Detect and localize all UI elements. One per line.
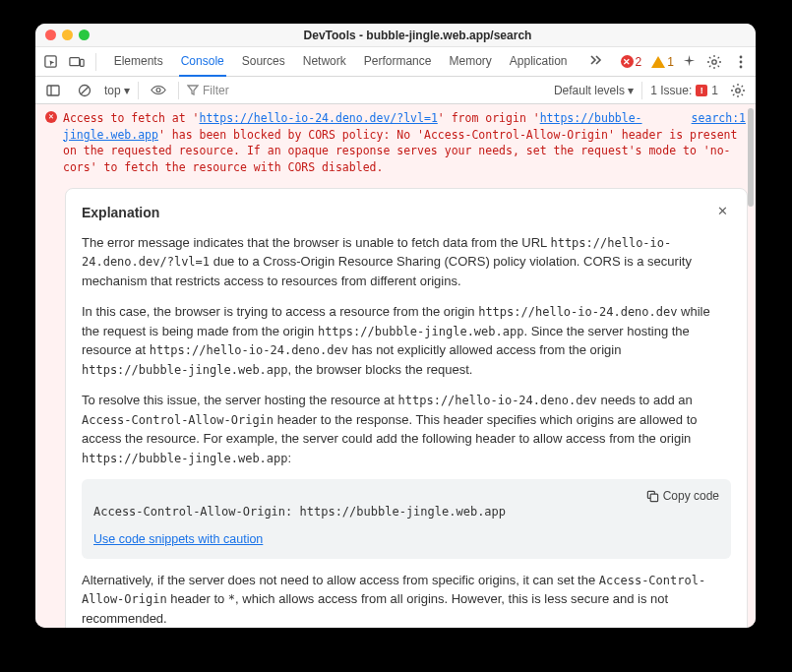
filter-icon: Filter — [187, 84, 229, 97]
msg-text: Access to fetch at ' — [63, 111, 199, 125]
inspect-icon[interactable] — [39, 50, 61, 74]
maximize-window[interactable] — [79, 30, 90, 40]
error-icon: ✕ — [45, 111, 57, 123]
copy-code-label: Copy code — [663, 487, 719, 505]
msg-text: ' has been blocked by CORS policy: No 'A… — [63, 128, 737, 174]
issue-count-icon: ! — [696, 85, 707, 96]
warning-count-badge[interactable]: 1 — [651, 55, 674, 69]
error-icon: ✕ — [621, 55, 634, 68]
msg-url1[interactable]: https://hello-io-24.deno.dev/?lvl=1 — [199, 111, 437, 125]
svg-rect-2 — [80, 59, 84, 66]
issue-count: 1 — [711, 84, 718, 97]
msg-text: ' from origin ' — [438, 111, 540, 125]
tab-elements[interactable]: Elements — [112, 47, 165, 77]
main-toolbar: Elements Console Sources Network Perform… — [35, 47, 756, 77]
warning-icon — [651, 56, 665, 68]
devtools-window: DevTools - bubble-jingle.web.app/search … — [35, 24, 756, 628]
explanation-paragraph: The error message indicates that the bro… — [82, 233, 731, 291]
titlebar: DevTools - bubble-jingle.web.app/search — [35, 24, 756, 47]
tab-performance[interactable]: Performance — [362, 47, 434, 77]
issues-badge[interactable]: 1 Issue: ! 1 — [650, 84, 718, 97]
warning-count: 1 — [667, 55, 674, 69]
svg-point-6 — [739, 65, 742, 68]
code-block: Copy code Access-Control-Allow-Origin: h… — [82, 479, 731, 559]
console-error-message: ✕ search:1 Access to fetch at 'https://h… — [35, 104, 756, 184]
divider — [178, 82, 179, 99]
divider — [138, 82, 139, 99]
filter-label[interactable]: Filter — [203, 84, 229, 97]
svg-point-3 — [712, 59, 716, 63]
svg-rect-13 — [650, 494, 657, 501]
more-options-icon[interactable] — [730, 50, 752, 74]
tab-console[interactable]: Console — [179, 47, 226, 77]
svg-point-5 — [739, 60, 742, 63]
svg-rect-7 — [47, 86, 59, 95]
explanation-paragraph: To resolve this issue, the server hostin… — [82, 391, 731, 467]
tab-network[interactable]: Network — [301, 47, 348, 77]
sparkle-icon[interactable] — [678, 50, 700, 74]
explanation-panel: ✕ Explanation The error message indicate… — [65, 188, 748, 628]
console-settings-icon[interactable] — [726, 79, 750, 102]
issue-label: 1 Issue: — [650, 84, 692, 97]
caution-link[interactable]: Use code snippets with caution — [93, 530, 263, 549]
code-content: Access-Control-Allow-Origin: https://bub… — [93, 503, 719, 520]
sidebar-toggle-icon[interactable] — [41, 79, 65, 102]
panel-tabs: Elements Console Sources Network Perform… — [112, 47, 607, 77]
error-count: 2 — [636, 55, 642, 69]
tab-application[interactable]: Application — [508, 47, 570, 77]
close-icon[interactable]: ✕ — [713, 203, 731, 220]
divider — [95, 53, 96, 71]
live-expression-icon[interactable] — [147, 79, 170, 102]
minimize-window[interactable] — [62, 30, 73, 40]
svg-point-12 — [736, 88, 740, 92]
explanation-heading: Explanation — [82, 203, 731, 223]
console-filter-bar: top ▾ Filter Default levels ▾ 1 Issue: !… — [35, 77, 756, 104]
copy-code-button[interactable]: Copy code — [646, 487, 719, 505]
svg-point-11 — [156, 89, 160, 92]
clear-console-icon[interactable] — [73, 79, 96, 102]
tab-memory[interactable]: Memory — [447, 47, 493, 77]
window-controls — [45, 30, 90, 40]
window-title: DevTools - bubble-jingle.web.app/search — [90, 29, 746, 42]
device-toolbar-icon[interactable] — [65, 50, 87, 74]
explanation-paragraph: In this case, the browser is trying to a… — [82, 302, 731, 379]
more-tabs-icon[interactable] — [583, 47, 607, 71]
error-count-badge[interactable]: ✕ 2 — [621, 55, 642, 69]
explanation-paragraph: Alternatively, if the server does not ne… — [82, 571, 731, 628]
svg-point-4 — [739, 55, 742, 58]
settings-icon[interactable] — [703, 50, 725, 74]
svg-line-10 — [81, 87, 89, 94]
tab-sources[interactable]: Sources — [240, 47, 287, 77]
svg-rect-1 — [69, 57, 79, 65]
close-window[interactable] — [45, 30, 56, 40]
source-link[interactable]: search:1 — [692, 110, 746, 127]
context-selector[interactable]: top ▾ — [104, 84, 130, 97]
console-content: ✕ search:1 Access to fetch at 'https://h… — [35, 104, 756, 628]
divider — [641, 82, 642, 99]
log-levels-selector[interactable]: Default levels ▾ — [554, 84, 634, 97]
